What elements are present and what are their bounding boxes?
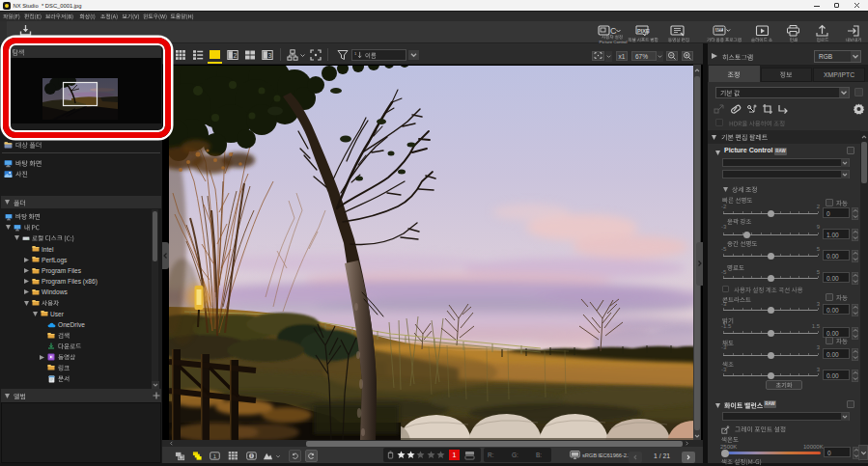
svg-text:PIXEL: PIXEL [637, 28, 650, 34]
svg-text:1: 1 [213, 453, 217, 459]
svg-text:1: 1 [354, 51, 357, 56]
svg-text:C: C [610, 26, 617, 36]
svg-text:2: 2 [234, 52, 238, 59]
svg-text:3: 3 [268, 52, 272, 59]
svg-text:APP: APP [715, 28, 723, 32]
svg-text:i: i [251, 453, 252, 458]
